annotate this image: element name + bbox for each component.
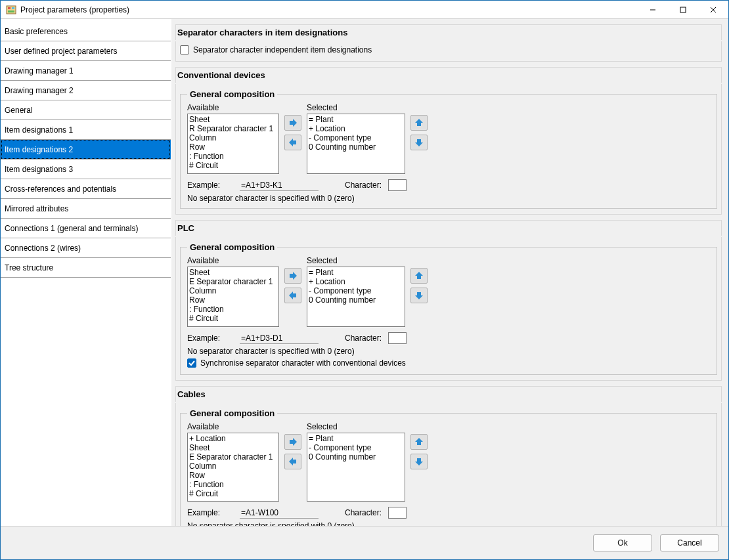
move-up-button[interactable] [410,268,428,284]
zero-hint: No separator character is specified with… [187,347,710,356]
plc-example-field [240,333,319,344]
list-item[interactable]: = Plant [309,115,403,124]
plc-group: General composition Available SheetE Sep… [180,242,717,375]
selected-label: Selected [307,422,405,431]
group-legend: General composition [187,89,277,99]
list-item[interactable]: Row [189,142,277,152]
list-item[interactable]: Sheet [189,115,277,124]
window-title: Project parameters (properties) [20,5,129,14]
sidebar-item[interactable]: Drawing manager 1 [1,61,171,81]
list-item[interactable]: : Function [189,305,277,314]
plc-available-list[interactable]: SheetE Separator character 1ColumnRow: F… [187,267,279,327]
conventional-group: General composition Available SheetR Sep… [180,89,717,209]
list-item[interactable]: Sheet [189,268,277,277]
conventional-character-input[interactable] [388,179,407,191]
list-item[interactable]: : Function [189,480,277,489]
sidebar-item[interactable]: Tree structure [1,258,171,278]
list-item[interactable]: Row [189,295,277,305]
move-down-button[interactable] [410,135,428,150]
section-cables-heading: Cables [175,386,722,402]
sync-label: Synchronise separator character with con… [200,358,406,368]
list-item[interactable]: = Plant [309,268,403,277]
cables-available-list[interactable]: + LocationSheetE Separator character 1Co… [187,433,279,502]
window-controls [638,1,728,18]
sidebar-item[interactable]: Connections 1 (general and terminals) [1,219,171,238]
available-label: Available [187,103,279,112]
list-item[interactable]: Column [189,286,277,295]
list-item[interactable]: E Separator character 1 [189,277,277,286]
character-label: Character: [345,334,382,343]
list-item[interactable]: R Separator character 1 [189,124,277,133]
sidebar-item[interactable]: Item designations 2 [1,140,171,160]
available-label: Available [187,422,279,431]
section-plc-heading: PLC [175,220,722,236]
sidebar-item[interactable]: Cross-references and potentials [1,179,171,199]
list-item[interactable]: - Component type [309,286,403,295]
list-item[interactable]: Column [189,462,277,471]
example-label: Example: [187,334,233,343]
plc-sync-checkbox[interactable] [187,358,196,368]
list-item[interactable]: 0 Counting number [309,452,403,462]
move-left-button[interactable] [284,135,301,150]
move-up-button[interactable] [410,115,428,131]
group-legend: General composition [187,408,277,418]
sidebar-item[interactable]: General [1,100,171,120]
sidebar-item[interactable]: Mirrored attributes [1,199,171,219]
list-item[interactable]: # Circuit [189,314,277,323]
sidebar-item[interactable]: Item designations 3 [1,160,171,179]
minimize-button[interactable] [638,1,668,18]
sidebar-item[interactable]: Basic preferences [1,22,171,41]
list-item[interactable]: - Component type [309,443,403,452]
move-down-button[interactable] [410,288,428,303]
character-label: Character: [345,508,382,517]
selected-label: Selected [307,256,405,265]
list-item[interactable]: 0 Counting number [309,295,403,305]
cables-character-input[interactable] [388,507,407,519]
list-item[interactable]: 0 Counting number [309,142,403,152]
move-left-button[interactable] [284,288,301,303]
plc-character-input[interactable] [388,332,407,344]
maximize-button[interactable] [668,1,698,18]
svg-rect-5 [680,7,686,12]
list-item[interactable]: + Location [309,277,403,286]
example-label: Example: [187,181,233,190]
conventional-selected-list[interactable]: = Plant+ Location- Component type0 Count… [307,114,405,174]
section-conventional-heading: Conventional devices [175,67,722,83]
list-item[interactable]: Row [189,471,277,480]
plc-selected-list[interactable]: = Plant+ Location- Component type0 Count… [307,267,405,327]
sidebar: Basic preferencesUser defined project pa… [1,19,171,526]
close-button[interactable] [698,1,728,18]
conventional-available-list[interactable]: SheetR Separator character 1ColumnRow: F… [187,114,279,174]
sidebar-item[interactable]: User defined project parameters [1,41,171,61]
cables-selected-list[interactable]: = Plant- Component type0 Counting number [307,433,405,502]
list-item[interactable]: Column [189,133,277,142]
list-item[interactable]: + Location [309,124,403,133]
move-up-button[interactable] [410,434,428,450]
move-down-button[interactable] [410,454,428,469]
dialog-button-bar: Ok Cancel [1,526,728,559]
list-item[interactable]: + Location [189,434,277,443]
sidebar-item[interactable]: Drawing manager 2 [1,81,171,100]
selected-label: Selected [307,103,405,112]
independent-designations-checkbox[interactable] [180,45,189,54]
titlebar: Project parameters (properties) [1,1,728,19]
list-item[interactable]: Sheet [189,443,277,452]
list-item[interactable]: # Circuit [189,161,277,170]
independent-designations-label: Separator character independent item des… [193,45,372,54]
move-right-button[interactable] [284,115,301,131]
list-item[interactable]: E Separator character 1 [189,452,277,462]
sidebar-item[interactable]: Item designations 1 [1,120,171,140]
cancel-button[interactable]: Cancel [660,534,719,551]
available-label: Available [187,256,279,265]
sidebar-item[interactable]: Connections 2 (wires) [1,238,171,258]
move-right-button[interactable] [284,434,301,450]
ok-button[interactable]: Ok [593,534,652,551]
svg-rect-0 [7,6,16,14]
list-item[interactable]: - Component type [309,133,403,142]
move-left-button[interactable] [284,454,301,469]
list-item[interactable]: : Function [189,152,277,161]
move-right-button[interactable] [284,268,301,284]
list-item[interactable]: = Plant [309,434,403,443]
list-item[interactable]: # Circuit [189,489,277,498]
window: Project parameters (properties) Basic pr… [0,0,729,560]
